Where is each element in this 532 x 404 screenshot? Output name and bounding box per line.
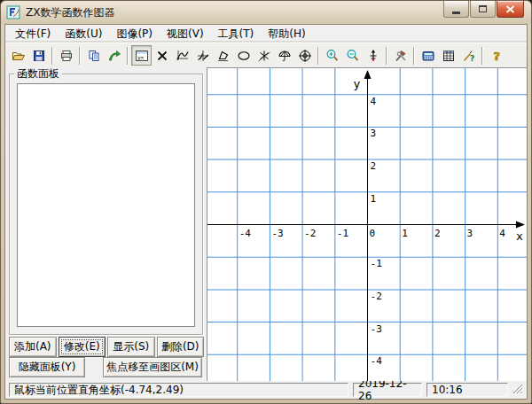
menu-item-view[interactable]: 视图(V) (160, 25, 211, 43)
copy-button[interactable] (83, 45, 104, 66)
menubar: 文件(F) 函数(U) 图像(P) 视图(V) 工具(T) 帮助(H) (5, 25, 527, 43)
toolbar-separator (317, 47, 319, 65)
svg-text:-2: -2 (304, 228, 316, 239)
function-list[interactable] (17, 83, 195, 327)
plot-target-button[interactable] (294, 45, 315, 66)
hide-panel-button[interactable]: 隐藏面板(Y) (9, 357, 85, 377)
menu-item-tools[interactable]: 工具(T) (211, 25, 262, 43)
toolbar-separator (79, 47, 81, 65)
graph-area[interactable]: -4-3-2-1012344321-1-2-3-4yx (207, 67, 527, 381)
zoom-in-button[interactable] (322, 45, 342, 66)
svg-text:1: 1 (402, 228, 408, 239)
delete-function-button[interactable] (152, 45, 172, 66)
app-window: ZX数学函数作图器 文件(F) 函数(U) 图像(P) 视图(V) 工具(T) … (0, 0, 532, 404)
coordinate-grid: -4-3-2-1012344321-1-2-3-4yx (207, 68, 527, 381)
toolbar-separator (481, 47, 483, 65)
maximize-button[interactable] (470, 1, 496, 18)
zoom-in-icon (325, 49, 340, 63)
window-title: ZX数学函数作图器 (26, 5, 114, 20)
calculator-button[interactable] (418, 45, 438, 66)
plot-ellipse-button[interactable] (233, 45, 254, 66)
print-button[interactable] (56, 45, 76, 66)
zoom-out-icon (346, 49, 360, 63)
toolbar: y= ? ? (5, 43, 527, 67)
delete-button[interactable]: 删除(D) (157, 337, 205, 357)
zoom-out-button[interactable] (342, 45, 363, 66)
plot-ellipse-icon (237, 49, 251, 63)
save-icon (32, 49, 46, 63)
svg-text:y=: y= (137, 53, 145, 60)
open-icon (12, 49, 26, 63)
focus-canvas-button[interactable]: 焦点移至画图区(M) (103, 357, 202, 377)
tools-button[interactable] (390, 45, 411, 66)
date-status: 2019-12-26 (353, 383, 422, 397)
pointer-help-button[interactable]: ? (458, 45, 479, 66)
function-panel-icon: y= (135, 49, 149, 63)
client-area: 文件(F) 函数(U) 图像(P) 视图(V) 工具(T) 帮助(H) y= (4, 24, 528, 400)
svg-text:y: y (353, 77, 360, 90)
copy-icon (87, 49, 101, 63)
edit-button[interactable]: 修改(E) (59, 337, 106, 357)
plot-parametric-button[interactable] (254, 45, 274, 66)
panel-button-row-2: 隐藏面板(Y) 焦点移至画图区(M) (9, 357, 202, 377)
mouse-position-status: 鼠标当前位置直角坐标(-4.74,2.49) (9, 383, 348, 397)
svg-text:2: 2 (371, 160, 377, 172)
pointer-help-icon: ? (462, 49, 476, 63)
svg-text:1: 1 (371, 193, 377, 205)
delete-x-icon (155, 49, 169, 63)
menu-item-file[interactable]: 文件(F) (8, 25, 58, 43)
calculator-icon (421, 49, 435, 63)
function-panel-toggle-button[interactable]: y= (131, 45, 152, 66)
pan-button[interactable] (363, 45, 383, 66)
resize-grip[interactable] (512, 383, 524, 397)
main-area: 函数面板 添加(A) 修改(E) 显示(S) 删除(D) 隐藏面板(Y) 焦点移… (5, 67, 527, 381)
help-button[interactable]: ? (486, 45, 506, 66)
svg-text:3: 3 (467, 228, 473, 239)
plot-shape-button[interactable] (213, 45, 233, 66)
save-button[interactable] (28, 45, 49, 66)
tools-icon (394, 49, 408, 63)
data-table-button[interactable] (438, 45, 458, 66)
time-status: 10:16 (426, 383, 508, 397)
svg-text:4: 4 (499, 228, 505, 239)
menu-item-image[interactable]: 图像(P) (109, 25, 160, 43)
close-button[interactable] (497, 1, 524, 18)
svg-text:-3: -3 (371, 323, 382, 335)
close-icon (505, 5, 515, 13)
svg-text:3: 3 (371, 128, 377, 139)
toolbar-separator (386, 47, 387, 65)
menu-item-help[interactable]: 帮助(H) (261, 25, 312, 43)
export-arrow-icon (107, 49, 121, 63)
svg-text:-2: -2 (371, 291, 382, 302)
plot-function-button[interactable] (172, 45, 192, 66)
print-icon (59, 49, 74, 63)
show-button[interactable]: 显示(S) (107, 337, 155, 357)
svg-text:-1: -1 (371, 258, 382, 269)
open-button[interactable] (8, 45, 28, 66)
add-button[interactable]: 添加(A) (9, 337, 57, 357)
app-icon (6, 5, 20, 19)
maximize-icon (479, 5, 487, 12)
target-icon (298, 49, 312, 63)
svg-text:4: 4 (371, 96, 377, 107)
export-button[interactable] (104, 45, 124, 66)
plot-polar-button[interactable] (274, 45, 294, 66)
titlebar: ZX数学函数作图器 (1, 1, 531, 24)
plot-polar-icon (278, 49, 292, 63)
plot-shape-icon (216, 49, 231, 63)
resize-grip-icon (512, 383, 524, 395)
help-icon: ? (489, 49, 504, 63)
caption-buttons (443, 1, 524, 18)
plot-function-icon (176, 49, 190, 63)
function-groupbox: 函数面板 (9, 74, 203, 335)
panel-button-row-1: 添加(A) 修改(E) 显示(S) 删除(D) (9, 337, 204, 357)
svg-text:-4: -4 (239, 228, 252, 239)
toolbar-separator (51, 47, 53, 65)
statusbar: 鼠标当前位置直角坐标(-4.74,2.49) 2019-12-26 10:16 (5, 381, 527, 399)
plot-piecewise-icon (196, 49, 210, 63)
menu-item-function[interactable]: 函数(U) (58, 25, 109, 43)
svg-text:-4: -4 (371, 355, 383, 367)
plot-piecewise-button[interactable] (192, 45, 213, 66)
svg-text:?: ? (493, 50, 500, 63)
minimize-button[interactable] (443, 1, 469, 18)
